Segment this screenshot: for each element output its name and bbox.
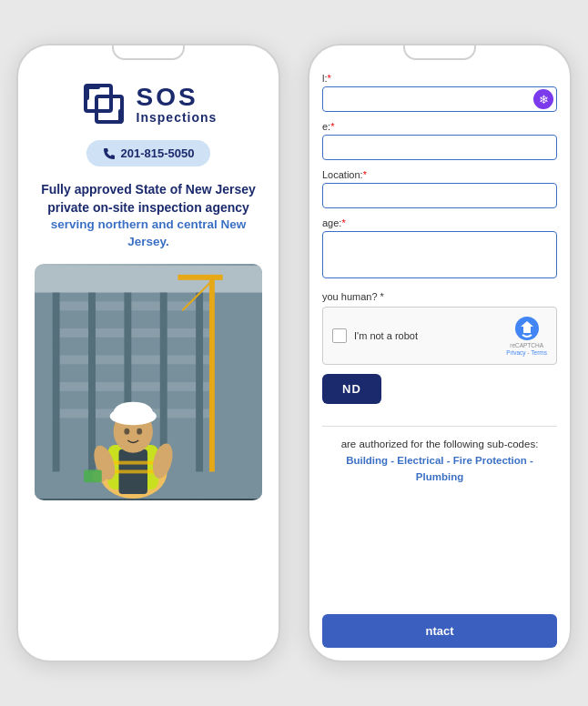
logo-area: SOS Inspections [80, 80, 218, 129]
tagline-main: Fully approved State of New Jersey priva… [38, 181, 259, 217]
svg-point-28 [137, 429, 142, 435]
svg-rect-16 [177, 275, 222, 280]
captcha-checkbox[interactable] [332, 328, 347, 343]
construction-scene-svg [35, 264, 262, 500]
sos-logo-icon [80, 80, 129, 129]
form-group-3: Location:* [322, 169, 557, 208]
phone-right-content: l:* ❄ e:* Location:* age:* [309, 45, 570, 661]
captcha-label: you human? * [322, 291, 557, 302]
send-button[interactable]: ND [322, 374, 381, 404]
tagline: Fully approved State of New Jersey priva… [35, 181, 262, 251]
form-group-4: age:* [322, 217, 557, 282]
svg-rect-23 [108, 469, 158, 473]
svg-rect-8 [53, 382, 214, 391]
logo-inspections: Inspections [137, 110, 218, 125]
field-input-1[interactable] [322, 86, 557, 112]
field-label-4: age:* [322, 217, 557, 228]
phone-icon [103, 147, 116, 160]
divider [322, 426, 557, 427]
svg-rect-7 [53, 355, 214, 364]
recaptcha-logo [513, 315, 541, 342]
field-wrapper-1: ❄ [322, 86, 557, 112]
recaptcha-brand: reCAPTCHAPrivacy - Terms [506, 342, 547, 357]
field-label-1: l:* [322, 73, 557, 84]
phone-left-content: SOS Inspections 201-815-5050 Fully appro… [18, 45, 279, 661]
svg-rect-22 [108, 461, 158, 465]
field-input-2[interactable] [322, 135, 557, 160]
phone-right-notch [403, 44, 476, 60]
svg-rect-32 [84, 469, 102, 482]
captcha-text: I'm not a robot [354, 330, 418, 341]
phone-left-notch [112, 44, 185, 60]
field-label-2: e:* [322, 121, 557, 132]
contact-bar[interactable]: ntact [322, 614, 557, 648]
svg-point-26 [114, 402, 153, 424]
phone-right: l:* ❄ e:* Location:* age:* [308, 44, 572, 662]
field-label-3: Location:* [322, 169, 557, 180]
sub-codes-prefix: are authorized for the following sub-cod… [341, 439, 539, 449]
logo-text-block: SOS Inspections [137, 85, 218, 125]
svg-point-27 [124, 429, 129, 435]
svg-rect-10 [53, 293, 60, 472]
svg-rect-11 [88, 293, 96, 472]
svg-rect-15 [209, 275, 215, 472]
svg-rect-6 [53, 328, 214, 338]
phone-number-button[interactable]: 201-815-5050 [86, 140, 211, 166]
form-group-1: l:* ❄ [322, 73, 557, 112]
sub-codes-section: are authorized for the following sub-cod… [322, 436, 557, 486]
phone-left: SOS Inspections 201-815-5050 Fully appro… [16, 44, 280, 662]
captcha-right: reCAPTCHAPrivacy - Terms [506, 315, 547, 357]
snowflake-icon-wrapper: ❄ [533, 89, 553, 109]
phone-number-text: 201-815-5050 [121, 146, 195, 160]
contact-bar-text: ntact [425, 624, 453, 638]
recaptcha-box[interactable]: I'm not a robot reCAPTCHAPrivacy - Terms [322, 307, 557, 365]
tagline-sub: serving northern and central New Jersey. [38, 217, 259, 251]
form-group-2: e:* [322, 121, 557, 160]
sub-codes-links[interactable]: Building - Electrical - Fire Protection … [346, 455, 533, 482]
field-input-location[interactable] [322, 183, 557, 208]
construction-image [35, 264, 262, 500]
snowflake-icon: ❄ [539, 93, 549, 106]
logo-sos: SOS [137, 85, 218, 110]
captcha-left: I'm not a robot [332, 328, 418, 343]
field-textarea-message[interactable] [322, 231, 557, 278]
svg-rect-14 [196, 293, 203, 472]
scene: SOS Inspections 201-815-5050 Fully appro… [0, 0, 588, 706]
